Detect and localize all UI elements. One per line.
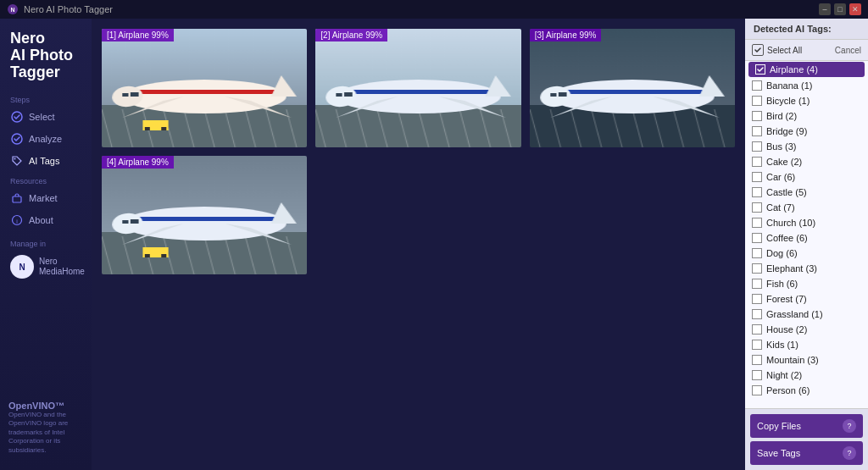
tag-item-coffee[interactable]: Coffee (6) [745,230,868,246]
maximize-button[interactable]: □ [834,3,846,15]
photo-label-4: [4] Airplane 99% [102,156,174,169]
openvino-brand: OpenVINO™ [8,401,83,411]
manage-label: Manage in [0,231,92,252]
copy-files-help-icon[interactable]: ? [843,419,856,433]
tag-item-dog[interactable]: Dog (6) [745,246,868,261]
tag-item-mountain[interactable]: Mountain (3) [745,352,868,368]
tag-checkbox-mountain [752,355,762,365]
tag-item-bus[interactable]: Bus (3) [745,139,868,154]
sidebar: Nero AI Photo Tagger Steps Select Analyz… [0,19,92,470]
tag-checkbox-kids [752,340,762,350]
market-icon [10,191,24,205]
tag-list: Airplane (4)Banana (1)Bicycle (1)Bird (2… [745,61,868,408]
select-icon [10,110,24,124]
tag-label-elephant: Elephant (3) [766,263,817,274]
photo-card-4[interactable]: [4] Airplane 99% [102,156,307,274]
tag-item-banana[interactable]: Banana (1) [745,78,868,93]
tag-checkbox-car [752,172,762,182]
tag-item-person[interactable]: Person (6) [745,383,868,398]
ai-tags-label: AI Tags [29,156,60,166]
copy-files-button[interactable]: Copy Files ? [750,414,863,438]
panel-header: Detected AI Tags: [745,19,868,40]
tag-label-dog: Dog (6) [766,248,798,258]
nero-logo: N [10,255,34,279]
tag-checkbox-castle [752,187,762,197]
minimize-button[interactable]: – [819,3,831,15]
tag-item-cat[interactable]: Cat (7) [745,200,868,215]
analyze-icon [10,132,24,146]
tag-label-fish: Fish (6) [766,279,798,289]
tags-panel: Detected AI Tags: Select All Cancel Airp… [745,19,868,470]
photo-canvas-1 [102,29,307,147]
tag-item-bird[interactable]: Bird (2) [745,108,868,124]
tag-checkbox-person [752,385,762,395]
svg-point-4 [14,158,16,160]
nero-home-item[interactable]: N Nero MediaHome [0,252,92,282]
tag-item-night[interactable]: Night (2) [745,368,868,383]
tag-item-forest[interactable]: Forest (7) [745,291,868,307]
tag-item-elephant[interactable]: Elephant (3) [745,261,868,276]
tag-label-kids: Kids (1) [766,340,798,350]
tag-label-cake: Cake (2) [766,157,802,167]
tag-item-castle[interactable]: Castle (5) [745,185,868,200]
save-tags-help-icon[interactable]: ? [843,446,856,460]
close-button[interactable]: ✕ [849,3,861,15]
tag-item-car[interactable]: Car (6) [745,169,868,185]
tag-item-bridge[interactable]: Bridge (9) [745,124,868,139]
select-all-button[interactable]: Select All [752,44,802,56]
tag-item-cake[interactable]: Cake (2) [745,154,868,169]
tag-item-bicycle[interactable]: Bicycle (1) [745,93,868,108]
photo-label-3: [3] Airplane 99% [530,29,602,41]
panel-footer: Copy Files ? Save Tags ? [745,408,868,470]
tag-checkbox-house [752,324,762,335]
tag-label-castle: Castle (5) [766,187,807,197]
brand-ai: AI Photo [10,47,81,64]
tag-label-person: Person (6) [766,385,810,395]
tag-checkbox-bridge [752,126,762,136]
tag-item-fish[interactable]: Fish (6) [745,276,868,291]
tag-label-church: Church (10) [766,218,815,228]
tag-label-bicycle: Bicycle (1) [766,96,810,106]
brand: Nero AI Photo Tagger [0,27,92,91]
sidebar-item-select[interactable]: Select [0,106,92,128]
tag-label-house: House (2) [766,324,807,335]
sidebar-item-ai-tags[interactable]: AI Tags [0,150,92,172]
tag-label-bird: Bird (2) [766,111,797,121]
tag-label-airplane: Airplane (4) [770,64,818,75]
openvino-text: OpenVINO and the OpenVINO logo are trade… [8,411,83,455]
sidebar-item-market[interactable]: Market [0,187,92,209]
select-label: Select [29,112,55,122]
panel-actions: Select All Cancel [745,40,868,61]
tag-item-kids[interactable]: Kids (1) [745,337,868,352]
tag-label-grassland: Grassland (1) [766,309,823,319]
tag-checkbox-elephant [752,263,762,274]
tag-label-bus: Bus (3) [766,141,796,152]
tag-checkbox-airplane [755,64,765,75]
tag-checkbox-banana [752,80,762,91]
photo-card-3[interactable]: [3] Airplane 99% [530,29,735,147]
photo-canvas-4 [102,156,307,274]
tag-checkbox-dog [752,248,762,258]
app-icon: N [7,3,19,15]
save-tags-button[interactable]: Save Tags ? [750,441,863,465]
main-layout: Nero AI Photo Tagger Steps Select Analyz… [0,19,868,470]
photo-card-2[interactable]: [2] Airplane 99% [315,29,520,147]
photo-label-1: [1] Airplane 99% [102,29,174,41]
tag-label-night: Night (2) [766,370,802,380]
tag-checkbox-bird [752,111,762,121]
tag-item-house[interactable]: House (2) [745,322,868,337]
tag-item-grassland[interactable]: Grassland (1) [745,307,868,322]
sidebar-item-analyze[interactable]: Analyze [0,128,92,150]
tag-label-car: Car (6) [766,172,795,182]
save-tags-label: Save Tags [757,448,800,458]
tag-item-church[interactable]: Church (10) [745,215,868,230]
cancel-button[interactable]: Cancel [835,46,861,55]
tag-label-coffee: Coffee (6) [766,233,808,243]
ai-tags-icon [10,154,24,168]
tag-item-airplane[interactable]: Airplane (4) [748,62,865,77]
photo-card-1[interactable]: [1] Airplane 99% [102,29,307,147]
svg-text:i: i [16,218,18,224]
select-all-label: Select All [767,46,802,55]
sidebar-item-about[interactable]: i About [0,209,92,231]
photo-label-2: [2] Airplane 99% [315,29,387,41]
